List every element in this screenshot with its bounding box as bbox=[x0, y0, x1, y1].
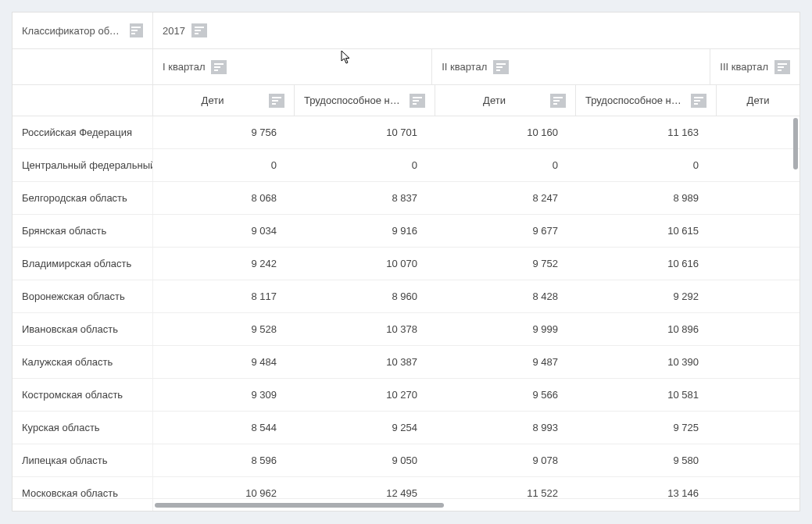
data-cell: 8 117 bbox=[153, 280, 294, 312]
row-label: Липецкая область bbox=[13, 444, 153, 476]
table-row[interactable]: Курская область8 5449 2548 9939 725 bbox=[13, 412, 799, 444]
sort-icon[interactable] bbox=[211, 60, 227, 74]
row-label: Калужская область bbox=[13, 346, 153, 378]
sort-icon[interactable] bbox=[550, 94, 566, 108]
table-row[interactable]: Костромская область9 30910 2709 56610 58… bbox=[13, 379, 799, 412]
data-cell: 9 580 bbox=[575, 444, 716, 476]
row-dimension-header[interactable]: Классификатор объект... bbox=[13, 12, 153, 48]
row-label: Центральный федеральный... bbox=[13, 149, 153, 181]
pivot-header: Классификатор объект... 2017 I квартал bbox=[13, 12, 799, 116]
data-cell: 8 993 bbox=[435, 412, 575, 444]
table-row[interactable]: Брянская область9 0349 9169 67710 615 bbox=[13, 215, 799, 248]
row-label: Владимирская область bbox=[13, 248, 153, 280]
metric-header-working-q1[interactable]: Трудоспособное на... bbox=[294, 85, 435, 116]
vertical-scrollbar-thumb[interactable] bbox=[793, 118, 798, 169]
data-cell: 13 146 bbox=[575, 477, 716, 498]
sort-icon[interactable] bbox=[774, 60, 790, 74]
classifier-label: Классификатор объект... bbox=[22, 25, 123, 37]
data-cell: 8 428 bbox=[435, 280, 575, 312]
table-row[interactable]: Липецкая область8 5969 0509 0789 580 bbox=[13, 444, 799, 477]
metric-header-working-q2[interactable]: Трудоспособное на... bbox=[575, 85, 716, 116]
data-cell: 9 050 bbox=[294, 444, 435, 476]
quarter-header-3[interactable]: III квартал bbox=[710, 48, 799, 84]
data-cell: 9 292 bbox=[575, 280, 716, 312]
data-cell: 10 160 bbox=[435, 116, 575, 148]
data-cell: 9 254 bbox=[294, 412, 435, 444]
data-cell: 10 581 bbox=[575, 379, 716, 411]
row-label: Российская Федерация bbox=[13, 116, 153, 148]
pivot-table: Классификатор объект... 2017 I квартал bbox=[12, 12, 800, 512]
row-label: Воронежская область bbox=[13, 280, 153, 312]
table-row[interactable]: Центральный федеральный...0000 bbox=[13, 149, 799, 182]
data-cell: 11 522 bbox=[435, 477, 575, 498]
data-cell: 10 615 bbox=[575, 215, 716, 247]
row-label: Московская область bbox=[13, 477, 153, 498]
data-cell bbox=[716, 182, 799, 214]
data-cell: 10 070 bbox=[294, 248, 435, 280]
metric-label: Дети bbox=[445, 94, 544, 106]
year-label: 2017 bbox=[163, 25, 185, 37]
data-cell bbox=[716, 379, 799, 411]
metric-label: Дети bbox=[163, 94, 263, 106]
data-cell: 0 bbox=[153, 149, 294, 181]
sort-icon[interactable] bbox=[269, 94, 284, 108]
data-cell: 9 487 bbox=[435, 346, 575, 378]
data-cell bbox=[716, 248, 799, 280]
table-row[interactable]: Московская область10 96212 49511 52213 1… bbox=[13, 477, 799, 498]
row-label: Ивановская область bbox=[13, 313, 153, 345]
data-cell: 8 960 bbox=[294, 280, 435, 312]
data-cell: 9 752 bbox=[435, 248, 575, 280]
data-cell: 10 390 bbox=[575, 346, 716, 378]
data-cell: 10 962 bbox=[153, 477, 294, 498]
data-cell: 9 916 bbox=[294, 215, 435, 247]
sort-icon[interactable] bbox=[691, 94, 706, 108]
data-cell: 9 309 bbox=[153, 379, 294, 411]
data-cell: 9 999 bbox=[435, 313, 575, 345]
table-row[interactable]: Калужская область9 48410 3879 48710 390 bbox=[13, 346, 799, 379]
data-cell: 8 247 bbox=[435, 182, 575, 214]
table-row[interactable]: Владимирская область9 24210 0709 75210 6… bbox=[13, 248, 799, 280]
sort-icon[interactable] bbox=[493, 60, 509, 74]
header-spacer bbox=[13, 85, 153, 116]
metric-header-children-q1[interactable]: Дети bbox=[153, 85, 294, 116]
data-cell: 11 163 bbox=[575, 116, 716, 148]
data-cell: 9 484 bbox=[153, 346, 294, 378]
table-row[interactable]: Воронежская область8 1178 9608 4289 292 bbox=[13, 280, 799, 313]
data-cell: 9 566 bbox=[435, 379, 575, 411]
quarter-header-1[interactable]: I квартал bbox=[153, 48, 431, 84]
table-row[interactable]: Ивановская область9 52810 3789 99910 896 bbox=[13, 313, 799, 346]
data-cell bbox=[716, 444, 799, 476]
data-cell: 9 242 bbox=[153, 248, 294, 280]
sort-icon[interactable] bbox=[410, 94, 425, 108]
row-label: Белгородская область bbox=[13, 182, 153, 214]
data-cell: 9 078 bbox=[435, 444, 575, 476]
data-cell: 9 725 bbox=[575, 412, 716, 444]
quarter-label: II квартал bbox=[442, 61, 487, 73]
data-cell: 8 544 bbox=[153, 412, 294, 444]
data-cell: 8 837 bbox=[294, 182, 435, 214]
data-cell: 9 677 bbox=[435, 215, 575, 247]
metric-header-children-q3[interactable]: Дети bbox=[716, 85, 799, 116]
year-header[interactable]: 2017 bbox=[153, 12, 799, 48]
data-cell bbox=[716, 412, 799, 444]
data-cell: 0 bbox=[435, 149, 575, 181]
data-cell bbox=[716, 116, 799, 148]
data-cell: 10 896 bbox=[575, 313, 716, 345]
quarter-label: III квартал bbox=[720, 61, 768, 73]
horizontal-scrollbar-track[interactable] bbox=[153, 499, 799, 511]
horizontal-scrollbar-thumb[interactable] bbox=[155, 503, 444, 508]
data-cell: 0 bbox=[294, 149, 435, 181]
table-row[interactable]: Российская Федерация9 75610 70110 16011 … bbox=[13, 116, 799, 149]
pivot-body[interactable]: Российская Федерация9 75610 70110 16011 … bbox=[13, 116, 799, 498]
quarter-header-2[interactable]: II квартал bbox=[431, 48, 710, 84]
data-cell bbox=[716, 313, 799, 345]
sort-icon[interactable] bbox=[191, 23, 207, 37]
data-cell bbox=[716, 215, 799, 247]
data-cell: 10 270 bbox=[294, 379, 435, 411]
metric-header-children-q2[interactable]: Дети bbox=[435, 85, 575, 116]
sort-icon[interactable] bbox=[130, 23, 143, 37]
table-row[interactable]: Белгородская область8 0688 8378 2478 989 bbox=[13, 182, 799, 215]
horizontal-scrollbar-area bbox=[13, 498, 799, 511]
data-cell: 8 989 bbox=[575, 182, 716, 214]
data-cell: 10 701 bbox=[294, 116, 435, 148]
